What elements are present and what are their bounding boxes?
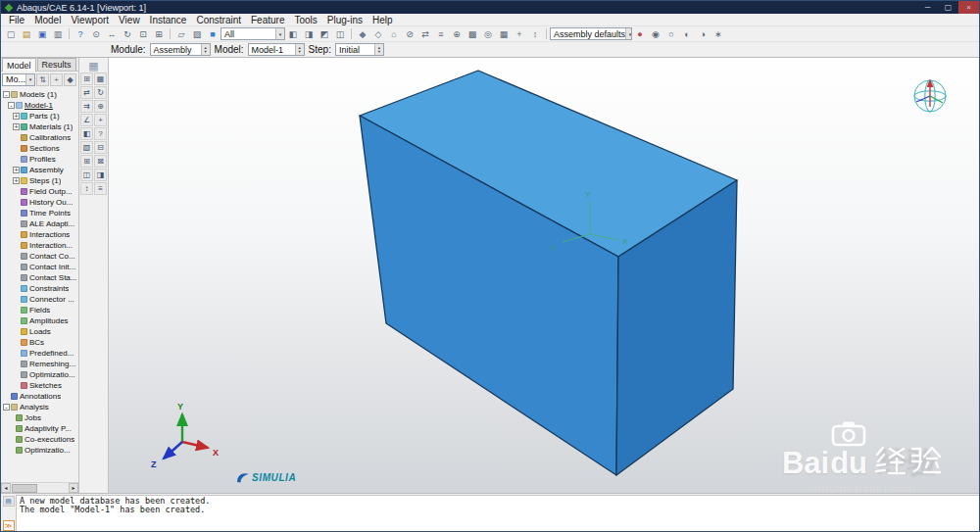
- datum-display-icon[interactable]: ⊕: [449, 27, 465, 41]
- tree-item[interactable]: Loads: [1, 326, 78, 337]
- add-displaygroup-icon[interactable]: ◨: [301, 27, 317, 41]
- menu-item[interactable]: Feature: [246, 14, 289, 26]
- displaygroup-either-icon[interactable]: ◫: [332, 27, 348, 41]
- wireframe-render-icon[interactable]: ▱: [173, 27, 189, 41]
- model-display-icon[interactable]: ◫: [80, 169, 93, 181]
- create-instance-icon[interactable]: ⊞: [80, 73, 93, 85]
- save-icon[interactable]: ▣: [34, 27, 50, 41]
- tree-tab[interactable]: Results: [37, 58, 76, 71]
- magnify-icon[interactable]: ⊙: [88, 27, 104, 41]
- color-code-combo[interactable]: Assembly defaults ▾: [550, 27, 632, 40]
- spinner-down-icon[interactable]: ▾: [378, 50, 380, 54]
- contrast-icon[interactable]: ◐: [679, 27, 695, 41]
- lighting-icon[interactable]: ◎: [480, 27, 496, 41]
- tree-item[interactable]: + Steps (1): [1, 175, 78, 186]
- tree-item[interactable]: Contact Co...: [1, 251, 78, 262]
- tree-toggle[interactable]: -: [8, 102, 15, 109]
- background-icon[interactable]: ▦: [496, 27, 512, 41]
- menu-item[interactable]: Instance: [145, 14, 192, 26]
- tree-item[interactable]: Field Outp...: [1, 186, 78, 197]
- render-options-icon[interactable]: ∗: [710, 27, 726, 41]
- tree-item[interactable]: Annotations: [1, 391, 78, 402]
- tree-pin-icon[interactable]: ◆: [64, 73, 76, 86]
- feature-suppress-icon[interactable]: ⊟: [94, 141, 107, 154]
- hiddenline-render-icon[interactable]: ▨: [189, 27, 205, 41]
- section-view-icon[interactable]: ◨: [94, 169, 107, 181]
- feature-resume-icon[interactable]: ⊞: [80, 155, 93, 168]
- pan-view-icon[interactable]: ↔: [104, 27, 120, 41]
- rotate-view-icon[interactable]: ↻: [120, 27, 135, 41]
- tree-item[interactable]: ALE Adapti...: [1, 218, 78, 229]
- tree-item[interactable]: + Materials (1): [1, 121, 78, 132]
- model-combo[interactable]: Model-1 ▴▾: [248, 43, 305, 56]
- query-info-icon[interactable]: ?: [73, 27, 88, 41]
- hide-objects-icon[interactable]: ○: [663, 27, 679, 41]
- rotate-instance-icon[interactable]: ↻: [94, 86, 107, 99]
- tree-expand-icon[interactable]: +: [50, 73, 63, 86]
- maximize-button[interactable]: ▢: [938, 1, 958, 14]
- tree-item[interactable]: Calibrations: [1, 132, 78, 143]
- menu-item[interactable]: Help: [368, 14, 398, 26]
- menu-item[interactable]: File: [4, 14, 29, 26]
- menu-item[interactable]: Viewport: [66, 14, 114, 26]
- color-code-dialog-icon[interactable]: ●: [632, 27, 648, 41]
- menu-item[interactable]: Constraint: [191, 14, 246, 26]
- shaded-render-icon[interactable]: ■: [205, 27, 220, 41]
- sync-viewports-icon[interactable]: ⇄: [417, 27, 433, 41]
- tree-item[interactable]: - Models (1): [1, 89, 78, 100]
- menu-item[interactable]: Model: [29, 14, 66, 26]
- tree-toggle[interactable]: +: [13, 113, 20, 120]
- merge-cut-icon[interactable]: ⊕: [94, 100, 107, 113]
- open-file-icon[interactable]: ▤: [19, 27, 34, 41]
- create-datum-icon[interactable]: +: [94, 114, 107, 126]
- tree-item[interactable]: - Model-1: [1, 100, 78, 111]
- tree-toggle[interactable]: -: [3, 404, 10, 411]
- view-compass[interactable]: [914, 80, 946, 112]
- query-icon[interactable]: ?: [94, 127, 107, 140]
- perspective-off-icon[interactable]: ◇: [370, 27, 386, 41]
- toolset-options-icon[interactable]: ≡: [94, 182, 107, 195]
- superimpose-icon[interactable]: ▩: [465, 27, 480, 41]
- measure-icon[interactable]: ↕: [527, 27, 543, 41]
- spinner-down-icon[interactable]: ▾: [204, 50, 206, 54]
- tree-item[interactable]: Predefined...: [1, 348, 78, 359]
- tree-item[interactable]: - Analysis: [1, 402, 78, 412]
- tree-item[interactable]: Co-executions: [1, 434, 78, 445]
- tree-item[interactable]: Optimizatio...: [1, 445, 78, 456]
- partition-icon[interactable]: ◧: [80, 127, 93, 140]
- displaygroup-combo[interactable]: All ▾: [220, 27, 285, 40]
- tree-item[interactable]: + Parts (1): [1, 111, 78, 121]
- snap-icon[interactable]: +: [512, 27, 527, 41]
- tree-toggle[interactable]: +: [13, 123, 20, 130]
- tree-item[interactable]: Remeshing...: [1, 359, 78, 369]
- tree-horizontal-scrollbar[interactable]: ◄ ►: [1, 482, 78, 493]
- tree-toggle[interactable]: +: [13, 177, 20, 184]
- minimize-button[interactable]: ─: [917, 1, 938, 14]
- tree-toggle[interactable]: -: [3, 91, 10, 98]
- translate-instance-icon[interactable]: ⇄: [80, 86, 93, 99]
- perspective-on-icon[interactable]: ◆: [355, 27, 370, 41]
- feature-edit-icon[interactable]: ▧: [80, 141, 93, 154]
- measure-distance-icon[interactable]: ↕: [80, 182, 93, 195]
- tree-item[interactable]: Constraints: [1, 283, 78, 294]
- translate-to-icon[interactable]: ⇉: [80, 100, 93, 113]
- instance-pattern-icon[interactable]: ▦: [94, 73, 107, 85]
- tree-item[interactable]: Contact Sta...: [1, 272, 78, 283]
- menu-item[interactable]: Plug-ins: [322, 14, 368, 26]
- visibility-icon[interactable]: ◉: [648, 27, 663, 41]
- message-area-tab-icon[interactable]: ▤: [3, 496, 15, 507]
- dropdown-arrow-icon[interactable]: ▾: [625, 28, 632, 39]
- replace-displaygroup-icon[interactable]: ◧: [285, 27, 301, 41]
- fit-view-icon[interactable]: ⊞: [151, 27, 167, 41]
- spinner-down-icon[interactable]: ▾: [298, 50, 300, 54]
- remove-displaygroup-icon[interactable]: ◩: [317, 27, 332, 41]
- tree-item[interactable]: Jobs: [1, 412, 78, 423]
- module-combo[interactable]: Assembly ▴▾: [150, 43, 211, 56]
- model-box[interactable]: [360, 71, 737, 475]
- dropdown-arrow-icon[interactable]: ▾: [275, 28, 284, 39]
- views-home-icon[interactable]: ⌂: [386, 27, 402, 41]
- tree-updown-icon[interactable]: ⇅: [36, 73, 49, 86]
- spinner[interactable]: ▴▾: [295, 44, 304, 55]
- spinner[interactable]: ▴▾: [201, 44, 210, 55]
- scroll-left-icon[interactable]: ◄: [1, 483, 11, 493]
